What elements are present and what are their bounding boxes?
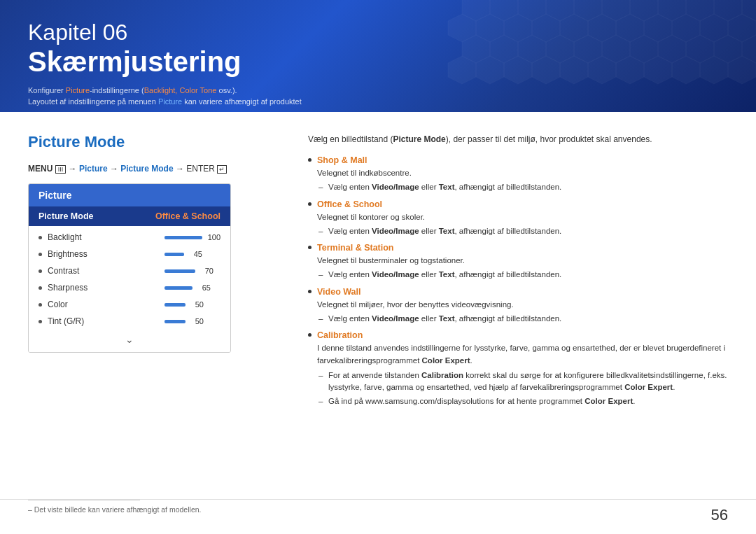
bullet-title-terminal: Terminal & Station xyxy=(317,243,561,253)
dot-icon xyxy=(38,286,42,290)
dot-icon xyxy=(38,253,42,256)
bar-tint xyxy=(164,320,186,323)
bullet-desc-terminal: Velegnet til busterminaler og togstation… xyxy=(317,255,561,267)
panel-item-sharpness: Sharpness 65 xyxy=(29,279,230,296)
bullet-title-office: Office & School xyxy=(317,199,561,209)
chevron-down-icon: ⌄ xyxy=(29,330,230,349)
bullet-calibration: Calibration I denne tilstand anvendes in… xyxy=(308,330,728,407)
section-title: Picture Mode xyxy=(28,133,280,151)
bar-backlight xyxy=(164,236,202,239)
menu-path: MENU III → Picture → Picture Mode → ENTE… xyxy=(28,164,280,174)
bullet-dot-icon xyxy=(308,246,312,249)
dot-icon xyxy=(38,269,42,273)
panel-selected-value: Office & School xyxy=(155,211,220,221)
bullet-dot-icon xyxy=(308,158,312,162)
page-number: 56 xyxy=(711,506,728,524)
right-column: Vælg en billedtilstand (Picture Mode), d… xyxy=(308,133,728,485)
calibration-desc-1: I denne tilstand anvendes indstillingern… xyxy=(317,342,728,367)
intro-text: Vælg en billedtilstand (Picture Mode), d… xyxy=(308,133,728,146)
sub-bullet-calibration-1: For at anvende tilstanden Calibration ko… xyxy=(317,370,728,394)
sub-bullet-terminal: Vælg enten Video/Image eller Text, afhæn… xyxy=(317,269,561,281)
dot-icon xyxy=(38,303,42,307)
left-column: Picture Mode MENU III → Picture → Pictur… xyxy=(28,133,280,485)
bar-contrast xyxy=(164,269,195,273)
bar-brightness xyxy=(164,253,184,256)
bullet-title-shop: Shop & Mall xyxy=(317,155,561,165)
bullet-title-videowall: Video Wall xyxy=(317,287,561,297)
sub-bullet-calibration-2: Gå ind på www.samsung.com/displaysolutio… xyxy=(317,395,728,407)
sub-bullet-videowall: Vælg enten Video/Image eller Text, afhæn… xyxy=(317,313,561,325)
bullet-desc-shop: Velegnet til indkøbscentre. xyxy=(317,167,561,179)
bar-sharpness xyxy=(164,286,192,290)
panel-item-contrast: Contrast 70 xyxy=(29,262,230,279)
bullet-video-wall: Video Wall Velegnet til miljøer, hvor de… xyxy=(308,287,728,325)
page-header: Kapitel 06 Skærmjustering Konfigurer Pic… xyxy=(0,0,756,112)
footer-note: – Det viste billede kan variere afhængig… xyxy=(28,505,201,514)
dot-icon xyxy=(38,320,42,323)
bullet-dot-icon xyxy=(308,333,312,337)
bullet-office-school: Office & School Velegnet til kontorer og… xyxy=(308,199,728,238)
bar-color xyxy=(164,303,186,307)
panel-item-color: Color 50 xyxy=(29,296,230,313)
panel-item-brightness: Brightness 45 xyxy=(29,246,230,262)
sub-bullet-office: Vælg enten Video/Image eller Text, afhæn… xyxy=(317,225,561,237)
panel-item-tint: Tint (G/R) 50 xyxy=(29,313,230,330)
bullet-terminal-station: Terminal & Station Velegnet til bustermi… xyxy=(308,243,728,281)
bullet-desc-videowall: Velegnet til miljøer, hvor der benyttes … xyxy=(317,299,561,311)
panel-item-backlight: Backlight 100 xyxy=(29,229,230,246)
dot-icon xyxy=(38,236,42,239)
footer: – Det viste billede kan variere afhængig… xyxy=(0,499,756,534)
bullet-shop-mall: Shop & Mall Velegnet til indkøbscentre. … xyxy=(308,155,728,194)
bullet-dot-icon xyxy=(308,290,312,293)
picture-panel: Picture Picture Mode Office & School Bac… xyxy=(28,183,231,353)
panel-selected-label: Picture Mode xyxy=(38,211,94,221)
panel-body: Backlight 100 Brightness 45 xyxy=(29,226,230,352)
sub-bullet-shop: Vælg enten Video/Image eller Text, afhæn… xyxy=(317,181,561,193)
main-content: Picture Mode MENU III → Picture → Pictur… xyxy=(0,112,756,499)
bullet-title-calibration: Calibration xyxy=(317,330,728,340)
bullet-desc-office: Velegnet til kontorer og skoler. xyxy=(317,211,561,223)
panel-header: Picture xyxy=(29,184,230,206)
panel-selected-row: Picture Mode Office & School xyxy=(29,206,230,226)
bullet-dot-icon xyxy=(308,202,312,206)
header-bg-pattern xyxy=(420,0,756,112)
